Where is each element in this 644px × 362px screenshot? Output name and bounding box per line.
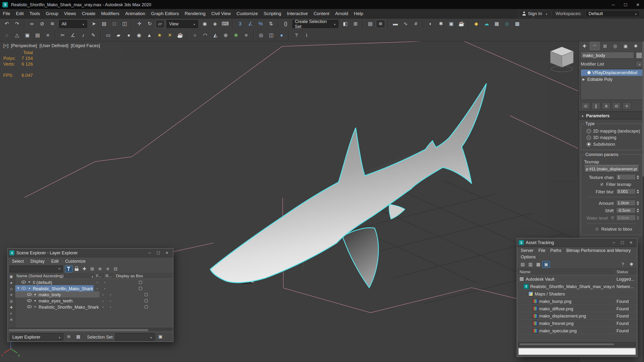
geosphere-primitive-icon[interactable]: ◉	[134, 31, 144, 39]
create-selection-set-dropdown[interactable]: Create Selection Set	[292, 20, 338, 28]
hierarchy-tab[interactable]: ⊞	[600, 42, 610, 50]
render-production-icon[interactable]: ☕	[457, 19, 466, 28]
toggle-layer-explorer-icon[interactable]: ≋	[376, 19, 385, 28]
scene-explorer-titlebar[interactable]: 3 Scene Explorer - Layer Explorer	[8, 249, 173, 257]
select-and-uniform-scale-icon[interactable]: ▱	[155, 19, 164, 28]
proboolean-icon[interactable]: ●	[277, 31, 286, 39]
collapse-all-icon[interactable]: ⊟	[112, 265, 120, 272]
material-editor-icon[interactable]: ◐	[426, 19, 435, 28]
filter-texmap-checkbox[interactable]	[600, 182, 604, 187]
array-tool-icon[interactable]: ▤	[33, 31, 42, 39]
visibility-eye-icon[interactable]	[21, 280, 26, 284]
sign-in-button[interactable]: Sign In	[518, 9, 552, 17]
slice-tool-icon[interactable]: ✂	[58, 31, 67, 39]
remove-modifier-icon[interactable]: ⊖	[612, 102, 621, 110]
sphere-primitive-icon[interactable]: ●	[124, 31, 134, 39]
create-new-layer-icon[interactable]: ✚	[80, 265, 88, 272]
configure-modifier-sets-icon[interactable]: ≡	[622, 102, 631, 110]
select-by-name-icon[interactable]: ▤	[100, 19, 109, 28]
viewport-label-segment[interactable]: [Edged Faces]	[71, 43, 100, 48]
percent-snap-icon[interactable]: %	[256, 19, 265, 28]
show-end-result-icon[interactable]: ∥	[592, 102, 601, 110]
close-button[interactable]	[627, 239, 636, 246]
asset-thumbnails-icon[interactable]: ▦	[534, 261, 542, 268]
selection-paint-icon[interactable]: ◌	[2, 31, 12, 39]
terrain-view-icon[interactable]: △	[12, 31, 22, 39]
freeze-cell[interactable]	[94, 279, 101, 285]
cone-primitive-icon[interactable]: ▲	[145, 31, 154, 39]
display-as-box-cell[interactable]	[108, 279, 173, 285]
render-cell[interactable]	[107, 304, 114, 310]
modifier-stack-row[interactable]: ▶ Editable Poly	[581, 76, 642, 82]
menu-item[interactable]: Bitmap Performance and Memory	[564, 248, 633, 253]
visibility-eye-icon[interactable]	[27, 293, 32, 296]
angle-snap-icon[interactable]: ∠	[246, 19, 255, 28]
minimize-button[interactable]	[610, 239, 618, 246]
menu-item[interactable]: Animation	[122, 9, 148, 18]
menu-item[interactable]: Group	[43, 9, 61, 18]
close-button[interactable]	[632, 0, 644, 9]
shift-input[interactable]: -0.5cm	[616, 207, 636, 213]
render-setup-icon[interactable]: ✱	[436, 19, 446, 28]
expand-arrow[interactable]: ▼	[16, 286, 20, 290]
search-input[interactable]	[9, 265, 63, 272]
scene-explorer-row[interactable]: ∞ Realistic_Shortfin_Mako_Shark	[15, 304, 173, 310]
terrain-compound-icon[interactable]: ◭	[211, 31, 220, 39]
modifier-enabled-bulb-icon[interactable]	[587, 71, 590, 74]
3ds-max-interactive-icon[interactable]: ◆	[472, 19, 481, 28]
curve-editor-icon[interactable]: ∿	[401, 19, 410, 28]
menu-item[interactable]: Rendering	[182, 9, 208, 18]
render-in-cloud-icon[interactable]: ☁	[482, 19, 491, 28]
visibility-eye-icon[interactable]	[27, 299, 32, 303]
viewport-label-segment[interactable]: [User Defined]	[40, 43, 68, 48]
menu-item[interactable]: Create	[79, 9, 98, 18]
amount-spinner[interactable]	[636, 201, 639, 205]
freeze-cell[interactable]	[94, 285, 101, 291]
box-primitive-icon[interactable]: ▭	[104, 31, 113, 39]
show-cameras-icon[interactable]: ◎	[8, 299, 14, 304]
align-icon[interactable]: ⊞	[351, 19, 360, 28]
annotate-icon[interactable]: ✎	[88, 31, 98, 39]
keyboard-shortcut-override-icon[interactable]: ⌨	[220, 19, 230, 28]
render-cell[interactable]	[107, 297, 114, 304]
max-creation-graph-icon[interactable]: ◇	[502, 19, 512, 28]
maximize-button[interactable]	[619, 0, 632, 9]
type-radio-option[interactable]: 3D mapping	[582, 134, 641, 141]
menu-item[interactable]: Edit	[48, 258, 62, 263]
create-tab[interactable]: ✚	[580, 42, 590, 50]
undo-icon[interactable]: ↶	[2, 19, 12, 28]
visibility-eye-icon[interactable]	[27, 305, 32, 308]
show-all-icon[interactable]: ▣	[8, 274, 14, 279]
texture-channel-spinner[interactable]	[636, 175, 639, 179]
asset-row[interactable]: Realistic_Shortfin_Mako_Shark_max_vray.m…	[517, 283, 637, 290]
modify-tab[interactable]: ◠	[590, 42, 600, 50]
shift-spinner[interactable]	[636, 208, 639, 212]
menu-item[interactable]: Help	[351, 9, 366, 18]
command-panel-scrollbar[interactable]	[642, 41, 644, 362]
display-tab[interactable]: ▣	[620, 42, 630, 50]
modifier-list-dropdown[interactable]	[636, 61, 642, 67]
layer-list-icon[interactable]: ≋	[65, 333, 73, 340]
menu-item[interactable]: Tools	[26, 9, 43, 18]
expand-arrow[interactable]: ▶	[582, 77, 586, 81]
modifier-stack-row[interactable]: VRayDisplacementMod	[581, 69, 642, 76]
menu-item[interactable]: Arnold	[332, 9, 351, 18]
foliage-icon[interactable]: ❀	[231, 31, 241, 39]
lock-explorer-icon[interactable]	[73, 265, 81, 272]
status-column-header[interactable]: Status	[615, 269, 637, 275]
maximize-button[interactable]	[618, 239, 627, 246]
workspaces-dropdown[interactable]: Default	[586, 10, 640, 17]
asset-details-icon[interactable]: ▣	[542, 261, 550, 268]
snapshot-icon[interactable]: ▣	[22, 31, 32, 39]
asset-row[interactable]: mako_specular.png Found	[517, 327, 637, 335]
menu-item[interactable]: Customize	[234, 9, 261, 18]
filter-blur-spinner[interactable]	[636, 189, 639, 193]
make-unique-icon[interactable]: ⋔	[602, 102, 611, 110]
menu-item[interactable]: Display	[27, 258, 48, 263]
menu-item[interactable]: File	[536, 248, 548, 253]
named-selection-sets-icon[interactable]: {}	[281, 19, 290, 28]
display-as-box-cell[interactable]	[114, 291, 173, 298]
show-shapes-icon[interactable]: ◇	[8, 286, 14, 291]
use-pivot-point-center-icon[interactable]: ◉	[200, 19, 209, 28]
reference-coordinate-system-dropdown[interactable]: View	[167, 20, 198, 28]
